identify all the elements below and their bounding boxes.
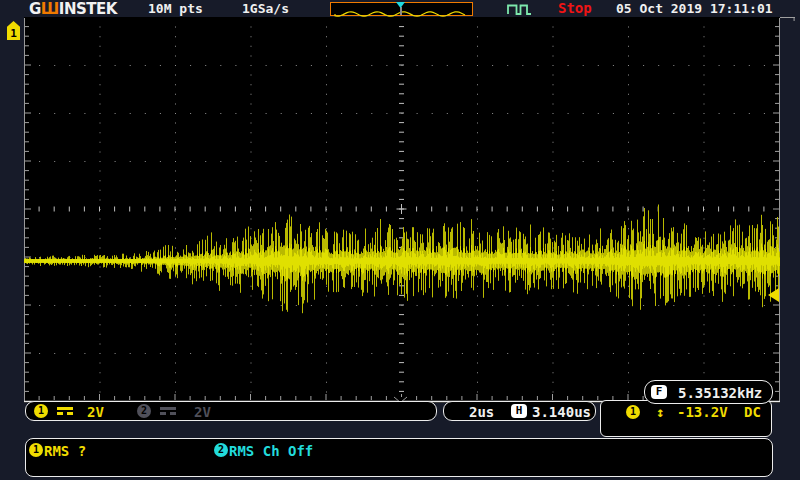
channel2-dc-coupling-icon [160, 407, 176, 415]
acquisition-state: Stop [558, 0, 592, 16]
horizontal-position-icon: H [511, 404, 527, 418]
oscilloscope-screen: GШINSTEK 10M pts 1GSa/s Stop 05 Oct 2019… [0, 0, 800, 480]
frequency-box: F 5.35132kHz [644, 380, 773, 404]
channel1-position-tag: 1 [7, 21, 20, 40]
timebase-value: 2us [469, 404, 494, 420]
sample-rate-label: 1GSa/s [242, 1, 289, 16]
frequency-icon: F [651, 385, 667, 399]
frequency-value: 5.35132kHz [678, 385, 762, 401]
top-status-bar: GШINSTEK 10M pts 1GSa/s Stop 05 Oct 2019… [0, 0, 800, 17]
trigger-source-badge: 1 [626, 405, 640, 419]
datetime: 05 Oct 2019 17:11:01 [616, 1, 773, 16]
horizontal-position-value: 3.140us [532, 404, 591, 420]
measurement1-label: RMS ? [44, 443, 86, 459]
graticule [24, 17, 780, 403]
pulse-icon [507, 2, 533, 16]
channel1-dc-coupling-icon [57, 407, 73, 415]
measurement1-channel-badge: 1 [29, 443, 43, 457]
trigger-slope-icon: ↕ [656, 404, 664, 420]
channel1-badge: 1 [34, 404, 48, 418]
channel-status-box: 1 2V 2 2V [25, 401, 437, 421]
trigger-status-box: 1 ↕ -13.2V DC [600, 400, 772, 437]
channel2-scale: 2V [194, 404, 211, 420]
channel1-scale: 2V [87, 404, 104, 420]
memory-depth-label: 10M pts [148, 1, 203, 16]
channel2-badge: 2 [137, 404, 151, 418]
measurement2-channel-badge: 2 [214, 443, 228, 457]
memory-position-stem [400, 7, 402, 15]
measurement-box: 1 RMS ? 2 RMS Ch Off [25, 438, 773, 477]
horizontal-status-box: 2us H 3.140us [443, 401, 596, 421]
measurement2-label: RMS Ch Off [229, 443, 313, 459]
trigger-level-value: -13.2V [677, 404, 728, 420]
trigger-coupling: DC [744, 404, 761, 420]
